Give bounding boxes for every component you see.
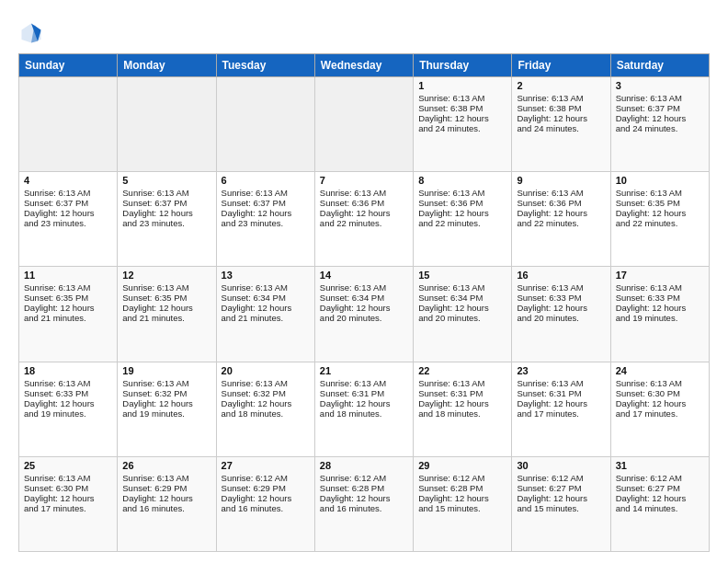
day-number: 19: [122, 365, 210, 376]
cell-content-line: Sunset: 6:29 PM: [222, 483, 310, 493]
calendar-cell: 8Sunrise: 6:13 AMSunset: 6:36 PMDaylight…: [414, 172, 512, 267]
cell-content-line: and 20 minutes.: [320, 313, 408, 323]
calendar-cell: 10Sunrise: 6:13 AMSunset: 6:35 PMDayligh…: [610, 172, 709, 267]
day-number: 24: [616, 365, 704, 376]
cell-content-line: Sunrise: 6:13 AM: [24, 282, 112, 293]
cell-content-line: Sunset: 6:36 PM: [517, 198, 605, 208]
cell-content-line: Daylight: 12 hours: [616, 208, 704, 218]
cell-content-line: Sunset: 6:37 PM: [122, 198, 210, 208]
cell-content-line: Daylight: 12 hours: [418, 113, 506, 123]
calendar-cell: 24Sunrise: 6:13 AMSunset: 6:30 PMDayligh…: [610, 362, 709, 456]
day-number: 3: [616, 80, 704, 91]
day-header-sunday: Sunday: [19, 54, 118, 77]
day-number: 30: [517, 460, 605, 471]
cell-content-line: Daylight: 12 hours: [616, 398, 704, 408]
cell-content-line: and 23 minutes.: [222, 218, 310, 228]
cell-content-line: Sunset: 6:37 PM: [24, 198, 112, 208]
cell-content-line: Daylight: 12 hours: [122, 303, 210, 313]
cell-content-line: Sunset: 6:28 PM: [418, 483, 506, 493]
calendar-cell: 4Sunrise: 6:13 AMSunset: 6:37 PMDaylight…: [19, 172, 118, 267]
day-number: 1: [418, 80, 506, 91]
cell-content-line: Daylight: 12 hours: [616, 493, 704, 503]
header: [18, 17, 710, 46]
page: SundayMondayTuesdayWednesdayThursdayFrid…: [0, 0, 728, 563]
cell-content-line: and 23 minutes.: [24, 218, 112, 228]
cell-content-line: Daylight: 12 hours: [517, 398, 605, 408]
cell-content-line: Daylight: 12 hours: [418, 208, 506, 218]
cell-content-line: Sunset: 6:36 PM: [320, 198, 408, 208]
cell-content-line: Sunset: 6:35 PM: [616, 198, 704, 208]
cell-content-line: Daylight: 12 hours: [24, 398, 112, 408]
calendar-cell: 21Sunrise: 6:13 AMSunset: 6:31 PMDayligh…: [314, 362, 413, 456]
calendar-cell: 16Sunrise: 6:13 AMSunset: 6:33 PMDayligh…: [512, 267, 610, 362]
cell-content-line: and 22 minutes.: [616, 218, 704, 228]
cell-content-line: Daylight: 12 hours: [616, 113, 704, 123]
cell-content-line: Sunrise: 6:13 AM: [24, 378, 112, 388]
cell-content-line: Sunrise: 6:13 AM: [418, 282, 506, 293]
cell-content-line: Sunrise: 6:13 AM: [616, 378, 704, 388]
cell-content-line: Sunrise: 6:13 AM: [122, 378, 210, 388]
logo-icon: [18, 20, 44, 46]
cell-content-line: Sunset: 6:33 PM: [517, 293, 605, 303]
cell-content-line: Sunset: 6:27 PM: [616, 483, 704, 493]
cell-content-line: and 21 minutes.: [222, 313, 310, 323]
day-number: 17: [616, 270, 704, 281]
calendar-cell: 15Sunrise: 6:13 AMSunset: 6:34 PMDayligh…: [414, 267, 512, 362]
cell-content-line: and 20 minutes.: [517, 313, 605, 323]
cell-content-line: Sunset: 6:36 PM: [418, 198, 506, 208]
calendar-cell: 31Sunrise: 6:12 AMSunset: 6:27 PMDayligh…: [610, 456, 709, 551]
cell-content-line: Daylight: 12 hours: [616, 303, 704, 313]
cell-content-line: Sunrise: 6:13 AM: [517, 378, 605, 388]
cell-content-line: Sunrise: 6:13 AM: [418, 93, 506, 103]
calendar-cell: 7Sunrise: 6:13 AMSunset: 6:36 PMDaylight…: [314, 172, 413, 267]
logo: [18, 20, 48, 46]
cell-content-line: Sunrise: 6:13 AM: [616, 282, 704, 293]
day-number: 20: [222, 365, 310, 376]
cell-content-line: and 18 minutes.: [418, 408, 506, 419]
cell-content-line: and 18 minutes.: [222, 408, 310, 419]
calendar-cell: 25Sunrise: 6:13 AMSunset: 6:30 PMDayligh…: [19, 456, 118, 551]
cell-content-line: Sunrise: 6:13 AM: [418, 378, 506, 388]
week-row-3: 11Sunrise: 6:13 AMSunset: 6:35 PMDayligh…: [19, 267, 710, 362]
cell-content-line: and 16 minutes.: [122, 503, 210, 513]
cell-content-line: Sunrise: 6:13 AM: [122, 282, 210, 293]
cell-content-line: Sunset: 6:27 PM: [517, 483, 605, 493]
week-row-1: 1Sunrise: 6:13 AMSunset: 6:38 PMDaylight…: [19, 77, 710, 172]
cell-content-line: and 19 minutes.: [616, 313, 704, 323]
day-number: 26: [122, 460, 210, 471]
week-row-5: 25Sunrise: 6:13 AMSunset: 6:30 PMDayligh…: [19, 456, 710, 551]
cell-content-line: Sunset: 6:34 PM: [418, 293, 506, 303]
calendar-cell: [19, 77, 118, 172]
cell-content-line: Daylight: 12 hours: [418, 493, 506, 503]
calendar-header: SundayMondayTuesdayWednesdayThursdayFrid…: [19, 54, 710, 77]
cell-content-line: and 17 minutes.: [517, 408, 605, 419]
day-header-friday: Friday: [512, 54, 610, 77]
calendar-body: 1Sunrise: 6:13 AMSunset: 6:38 PMDaylight…: [19, 77, 710, 552]
cell-content-line: Sunrise: 6:13 AM: [616, 188, 704, 198]
cell-content-line: Sunset: 6:32 PM: [122, 388, 210, 398]
cell-content-line: Sunrise: 6:13 AM: [320, 188, 408, 198]
cell-content-line: Daylight: 12 hours: [418, 398, 506, 408]
calendar-cell: [118, 77, 216, 172]
cell-content-line: Sunset: 6:30 PM: [616, 388, 704, 398]
day-number: 28: [320, 460, 408, 471]
cell-content-line: Sunset: 6:29 PM: [122, 483, 210, 493]
day-number: 8: [418, 175, 506, 186]
cell-content-line: Sunrise: 6:13 AM: [122, 188, 210, 198]
cell-content-line: and 21 minutes.: [24, 313, 112, 323]
cell-content-line: Sunrise: 6:13 AM: [418, 188, 506, 198]
cell-content-line: Sunset: 6:37 PM: [616, 103, 704, 113]
cell-content-line: Sunset: 6:31 PM: [320, 388, 408, 398]
cell-content-line: Sunrise: 6:12 AM: [320, 473, 408, 483]
cell-content-line: Daylight: 12 hours: [222, 398, 310, 408]
cell-content-line: Sunrise: 6:13 AM: [517, 282, 605, 293]
cell-content-line: Daylight: 12 hours: [122, 208, 210, 218]
cell-content-line: and 14 minutes.: [616, 503, 704, 513]
day-number: 29: [418, 460, 506, 471]
calendar-cell: 6Sunrise: 6:13 AMSunset: 6:37 PMDaylight…: [216, 172, 314, 267]
day-number: 31: [616, 460, 704, 471]
day-number: 6: [222, 175, 310, 186]
cell-content-line: Sunset: 6:35 PM: [24, 293, 112, 303]
calendar-cell: 28Sunrise: 6:12 AMSunset: 6:28 PMDayligh…: [314, 456, 413, 551]
cell-content-line: and 15 minutes.: [517, 503, 605, 513]
